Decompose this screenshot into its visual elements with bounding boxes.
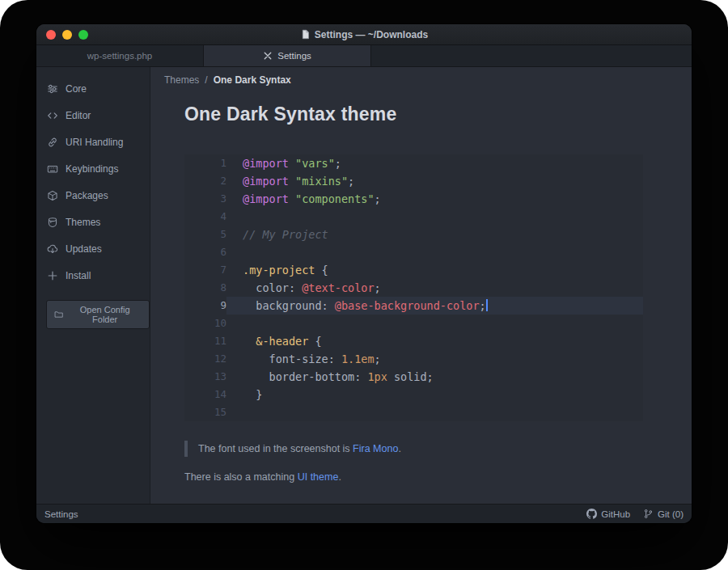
breadcrumb-current: One Dark Syntax (214, 74, 291, 86)
line-number: 11 (184, 332, 226, 350)
screenshot-background: Settings — ~/Downloads wp-settings.php S… (0, 0, 728, 570)
sidebar-item-label: Packages (66, 190, 108, 201)
line-number: 7 (184, 261, 226, 279)
github-icon (586, 509, 597, 519)
status-mode-label: Settings (44, 509, 78, 519)
open-config-folder-button[interactable]: Open Config Folder (46, 300, 150, 329)
status-bar-right: GitHub Git (0) (586, 509, 684, 519)
sliders-icon (47, 83, 58, 95)
folder-icon (54, 310, 63, 319)
ui-theme-note-text: There is also a matching (184, 471, 298, 483)
line-text: // My Project (226, 226, 643, 243)
app-window: Settings — ~/Downloads wp-settings.php S… (36, 24, 692, 523)
code-line-4[interactable]: 4 (184, 208, 643, 226)
page-title: One Dark Syntax theme (184, 103, 692, 125)
code-line-9[interactable]: 9 background: @base-background-color; (184, 297, 643, 315)
code-line-12[interactable]: 12 font-size: 1.1em; (184, 350, 643, 368)
line-number: 6 (184, 243, 226, 261)
minimize-button[interactable] (62, 30, 72, 40)
sidebar-item-core[interactable]: Core (36, 75, 150, 102)
tab-bar-empty-area (371, 45, 692, 66)
titlebar: Settings — ~/Downloads (36, 24, 692, 45)
sidebar-item-label: Install (66, 270, 91, 281)
line-text: &-header { (226, 332, 643, 350)
settings-sidebar: Core Editor URI Handling (36, 67, 150, 504)
open-config-folder-label: Open Config Folder (68, 305, 142, 324)
code-line-14[interactable]: 14 } (184, 386, 643, 403)
line-text (226, 208, 643, 226)
tools-icon (263, 51, 273, 61)
sidebar-item-themes[interactable]: Themes (36, 209, 150, 235)
line-text: color: @text-color; (226, 279, 643, 297)
github-status-label: GitHub (601, 509, 630, 519)
font-note-text: The font used in the screenshot is (198, 443, 353, 454)
line-number: 3 (184, 190, 226, 208)
tab-label: Settings (277, 51, 311, 61)
traffic-lights (46, 24, 88, 44)
sidebar-item-install[interactable]: Install (36, 262, 150, 289)
ui-theme-link[interactable]: UI theme (298, 471, 339, 483)
code-line-7[interactable]: 7.my-project { (184, 261, 643, 279)
sidebar-item-packages[interactable]: Packages (36, 182, 150, 209)
line-text: border-bottom: 1px solid; (226, 368, 643, 386)
window-title: Settings — ~/Downloads (300, 29, 428, 40)
fira-mono-link[interactable]: Fira Mono (353, 443, 398, 454)
git-branch-icon (643, 509, 654, 519)
line-number: 9 (184, 297, 226, 315)
git-status-button[interactable]: Git (0) (643, 509, 684, 519)
sidebar-item-editor[interactable]: Editor (36, 102, 150, 129)
sidebar-item-label: Core (66, 83, 87, 95)
line-text: } (226, 386, 643, 403)
line-number: 10 (184, 315, 226, 332)
tab-wp-settings-php[interactable]: wp-settings.php (36, 45, 204, 66)
code-line-10[interactable]: 10 (184, 315, 643, 332)
close-button[interactable] (46, 30, 56, 40)
sidebar-item-updates[interactable]: Updates (36, 235, 150, 262)
sidebar-item-label: Themes (66, 217, 100, 228)
document-icon (300, 29, 311, 40)
settings-view: Core Editor URI Handling (36, 67, 692, 504)
line-text: @import "components"; (226, 190, 643, 208)
ui-theme-note-suffix: . (338, 471, 341, 483)
sidebar-item-label: Editor (66, 110, 91, 121)
line-text: @import "mixins"; (226, 172, 643, 190)
line-text (226, 315, 643, 332)
code-line-8[interactable]: 8 color: @text-color; (184, 279, 643, 297)
code-line-6[interactable]: 6 (184, 243, 643, 261)
line-number: 4 (184, 208, 226, 226)
line-number: 5 (184, 226, 226, 243)
tab-label: wp-settings.php (87, 51, 153, 61)
sidebar-item-keybindings[interactable]: Keybindings (36, 155, 150, 182)
line-number: 12 (184, 350, 226, 368)
sidebar-item-label: Keybindings (66, 163, 118, 175)
code-line-15[interactable]: 15 (184, 403, 643, 421)
sidebar-item-label: URI Handling (66, 137, 123, 148)
breadcrumb-themes-link[interactable]: Themes (164, 74, 199, 86)
code-line-5[interactable]: 5// My Project (184, 226, 643, 243)
line-text: .my-project { (226, 261, 643, 279)
link-icon (47, 137, 58, 148)
sidebar-item-label: Updates (66, 243, 102, 255)
line-text (226, 403, 643, 421)
code-line-13[interactable]: 13 border-bottom: 1px solid; (184, 368, 643, 386)
paintcan-icon (47, 217, 58, 228)
code-line-3[interactable]: 3@import "components"; (184, 190, 643, 208)
window-title-text: Settings — ~/Downloads (315, 29, 428, 40)
breadcrumb: Themes / One Dark Syntax (164, 74, 692, 86)
plus-icon (47, 270, 58, 281)
line-number: 8 (184, 279, 226, 297)
sidebar-item-uri-handling[interactable]: URI Handling (36, 129, 150, 155)
tab-settings[interactable]: Settings (204, 45, 371, 66)
settings-content-panel: Themes / One Dark Syntax One Dark Syntax… (150, 67, 692, 504)
cloud-download-icon (47, 243, 58, 255)
github-status-button[interactable]: GitHub (586, 509, 630, 519)
code-line-2[interactable]: 2@import "mixins"; (184, 172, 643, 190)
package-icon (47, 190, 58, 201)
tab-bar: wp-settings.php Settings (36, 45, 692, 67)
code-line-1[interactable]: 1@import "vars"; (184, 154, 643, 172)
zoom-button[interactable] (78, 30, 88, 40)
code-icon (47, 110, 58, 121)
line-text: @import "vars"; (226, 154, 643, 172)
code-line-11[interactable]: 11 &-header { (184, 332, 643, 350)
text-cursor (486, 299, 488, 311)
